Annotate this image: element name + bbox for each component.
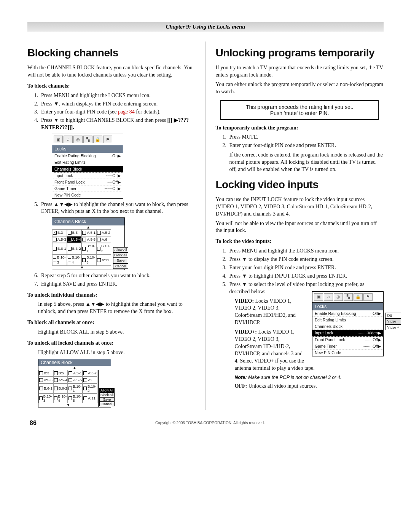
body-text: You can either unlock the program tempor… bbox=[216, 81, 384, 96]
dialog-line: This program exceeds the rating limit yo… bbox=[227, 104, 372, 110]
subhead-unlock-all: To unlock all locked channels at once: bbox=[27, 340, 196, 347]
channels-block-grid-2: Channels Block ▲ B:3 B:5 A:5-1 A:5-2 A:5… bbox=[38, 359, 111, 407]
right-column: Unlocking programs temporarily If you tr… bbox=[216, 42, 384, 410]
column-divider bbox=[206, 42, 206, 410]
allow-all-button[interactable]: Allow All bbox=[113, 247, 128, 252]
subhead-block-all: To block all channels at once: bbox=[27, 319, 196, 326]
chapter-banner: Chapter 9: Using the Locks menu bbox=[27, 22, 384, 32]
picture-icon: ▣ bbox=[314, 293, 323, 301]
table-row: B:3 bbox=[38, 370, 53, 377]
body-text: In step 5 above, press ▲▼◀▶ to highlight… bbox=[38, 301, 196, 315]
rating-limit-dialog: This program exceeds the rating limit yo… bbox=[220, 100, 379, 120]
osd-row: Input Lock·········Off▶ bbox=[52, 173, 123, 179]
table-row: A:5-2 bbox=[96, 229, 111, 236]
table-row-selected: A:5-4 bbox=[67, 236, 82, 243]
input-lock-flyout: Off Video Video + bbox=[385, 313, 401, 331]
step-text: Press ▲▼◀▶ to highlight the channel you … bbox=[41, 201, 188, 214]
heading-blocking-channels: Blocking channels bbox=[27, 47, 196, 59]
osd-row: Edit Rating Limits bbox=[52, 159, 123, 166]
page-footer: 86 Copyright © 2003 TOSHIBA CORPORATION.… bbox=[27, 420, 384, 427]
body-text: Highlight BLOCK ALL in step 5 above. bbox=[38, 329, 196, 336]
osd-row-value: ··On▶ bbox=[111, 153, 121, 158]
picture-icon: ▣ bbox=[54, 136, 63, 143]
step-text: Press ▼ to highlight CHANNELS BLOCK and … bbox=[41, 117, 167, 123]
osd-iconbar: ▣ ♫ ◎ ▚ 🔒 ⚑ bbox=[312, 292, 383, 303]
steps-lock-video: Press MENU and highlight the LOCKS menu … bbox=[216, 248, 384, 390]
table-row: B:10-1 bbox=[81, 243, 96, 254]
option-description: OFF: Unlocks all video input sources. bbox=[235, 383, 384, 390]
table-row: A:5-1 bbox=[81, 229, 96, 236]
flyout-option[interactable]: Off bbox=[385, 313, 401, 319]
applications-icon: ▚ bbox=[83, 136, 92, 143]
two-column-layout: Blocking channels With the CHANNELS BLOC… bbox=[27, 42, 384, 410]
table-row: B:5 bbox=[53, 370, 68, 377]
note-label: Note: bbox=[235, 375, 247, 380]
osd-row-label: Channels Block bbox=[54, 166, 82, 172]
step-item: Press ▼, which displays the PIN code ent… bbox=[40, 101, 196, 108]
scroll-down-icon: ▼ bbox=[38, 403, 98, 407]
table-row: A:6 bbox=[83, 377, 97, 383]
osd-row-value: ·········Off▶ bbox=[106, 173, 121, 178]
table-row: A:11 bbox=[96, 254, 111, 266]
cancel-button[interactable]: Cancel bbox=[113, 264, 128, 269]
cancel-button[interactable]: Cancel bbox=[99, 402, 115, 406]
preferences-icon: ⚑ bbox=[363, 293, 373, 301]
channels-block-grid-1: Channels Block ▲ B:3 B:5 A:5-1 A:5-2 bbox=[52, 217, 125, 270]
page-link[interactable]: page 84 bbox=[118, 109, 135, 115]
step-item: Press ▼ to display the PIN code entering… bbox=[228, 256, 384, 263]
osd-row-selected: Input Lock·········Video▶ bbox=[312, 330, 383, 336]
table-row: B:10-5 bbox=[81, 254, 96, 266]
osd-row-label: Front Panel Lock bbox=[54, 179, 84, 185]
osd-row: Game Timer···········Off▶ bbox=[52, 185, 123, 192]
body-text: You can use the INPUT LOCK feature to lo… bbox=[216, 196, 384, 218]
allow-all-button-selected[interactable]: Allow All bbox=[99, 388, 115, 393]
osd-row: Game Timer···········Off▶ bbox=[312, 343, 383, 350]
block-all-button[interactable]: Block All bbox=[99, 393, 115, 397]
table-row: A:5-4 bbox=[53, 377, 68, 383]
table-row: B:10-4 bbox=[53, 393, 68, 403]
audio-icon: ♫ bbox=[324, 293, 333, 301]
option-label: VIDEO+: bbox=[235, 329, 257, 335]
block-all-button[interactable]: Block All bbox=[113, 252, 128, 258]
step-item: Press ▲▼◀▶ to highlight the channel you … bbox=[40, 201, 196, 270]
scroll-up-icon: ▲ bbox=[38, 366, 111, 370]
osd-row: Front Panel Lock·······Off▶ bbox=[312, 337, 383, 343]
osd-row: Enable Rating Blocking··Off▶ bbox=[312, 310, 383, 317]
option-label: OFF: bbox=[235, 383, 247, 389]
chan-block-title: Channels Block bbox=[52, 218, 124, 225]
table-row: A:5-3 bbox=[52, 236, 67, 243]
option-text: Unlocks all video input sources. bbox=[247, 383, 317, 389]
flyout-option-selected[interactable]: Video bbox=[385, 318, 401, 324]
heading-unlocking-temporarily: Unlocking programs temporarily bbox=[216, 47, 384, 59]
step-item: Press MENU and highlight the LOCKS menu … bbox=[40, 92, 196, 99]
step-item: Press MUTE. bbox=[228, 134, 384, 141]
setup-icon: ◎ bbox=[334, 293, 343, 301]
subhead-to-block: To block channels: bbox=[27, 83, 196, 90]
manual-page: Chapter 9: Using the Locks menu Blocking… bbox=[0, 0, 411, 436]
table-row: B:10-2 bbox=[83, 383, 97, 393]
table-row: B:10-3 bbox=[38, 393, 53, 403]
preferences-icon: ⚑ bbox=[103, 136, 112, 143]
table-row: A:5-3 bbox=[38, 377, 53, 383]
step-item: Press ▼ to highlight INPUT LOCK and pres… bbox=[228, 273, 384, 280]
osd-row-label: New PIN Code bbox=[54, 192, 81, 198]
steps-block-channels: Press MENU and highlight the LOCKS menu … bbox=[27, 92, 196, 288]
option-label: VIDEO: bbox=[235, 298, 254, 304]
table-row: B:10-4 bbox=[67, 254, 82, 266]
table-row: B:10-1 bbox=[68, 383, 83, 393]
save-button[interactable]: Save bbox=[99, 397, 115, 402]
step-item: Enter your four-digit PIN code and press… bbox=[228, 142, 384, 173]
flyout-option[interactable]: Video + bbox=[385, 324, 401, 331]
save-button[interactable]: Save bbox=[113, 258, 128, 263]
body-text: If you try to watch a TV program that ex… bbox=[216, 64, 384, 79]
osd-row: New PIN Code bbox=[312, 350, 383, 356]
body-text: With the CHANNELS BLOCK feature, you can… bbox=[27, 64, 196, 79]
step-item: Press ▼ to select the level of video inp… bbox=[228, 281, 384, 390]
step-item: Enter your four-digit PIN code and press… bbox=[228, 264, 384, 272]
osd-row-label: Enable Rating Blocking bbox=[54, 153, 96, 158]
osd-row: Edit Rating Limits bbox=[312, 317, 383, 323]
steps-temp-unlock: Press MUTE. Enter your four-digit PIN co… bbox=[216, 134, 384, 173]
subhead-temp-unlock: To temporarily unlock the program: bbox=[216, 125, 384, 132]
table-row: A:5-1 bbox=[68, 370, 83, 377]
table-row: A:5-2 bbox=[83, 370, 97, 377]
